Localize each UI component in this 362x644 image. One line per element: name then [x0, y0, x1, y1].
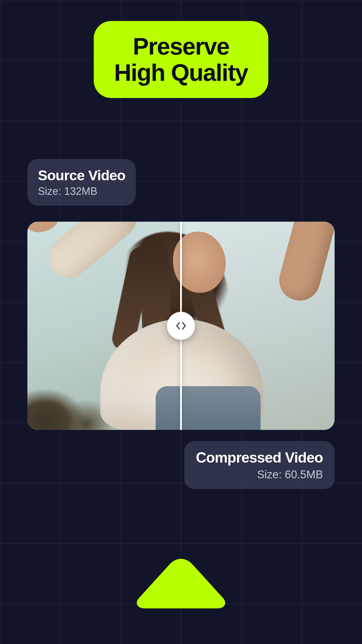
headline-line-2: High Quality [114, 60, 248, 86]
compare-slider-handle[interactable] [167, 312, 195, 340]
headline-pill: Preserve High Quality [94, 21, 268, 98]
image-subject [89, 278, 287, 430]
source-video-card: Source Video Size: 132MB [27, 159, 136, 206]
compressed-video-title: Compressed Video [196, 449, 323, 466]
compressed-video-card: Compressed Video Size: 60.5MB [184, 441, 335, 489]
video-compare-panel[interactable] [27, 222, 335, 430]
compressed-video-size: Size: 60.5MB [196, 468, 323, 481]
headline-line-1: Preserve [114, 33, 248, 60]
swipe-up-indicator[interactable] [131, 557, 231, 610]
compare-slider-icon [175, 319, 187, 332]
arrow-up-icon [131, 557, 231, 610]
source-video-size: Size: 132MB [38, 185, 125, 197]
source-video-title: Source Video [38, 167, 125, 183]
